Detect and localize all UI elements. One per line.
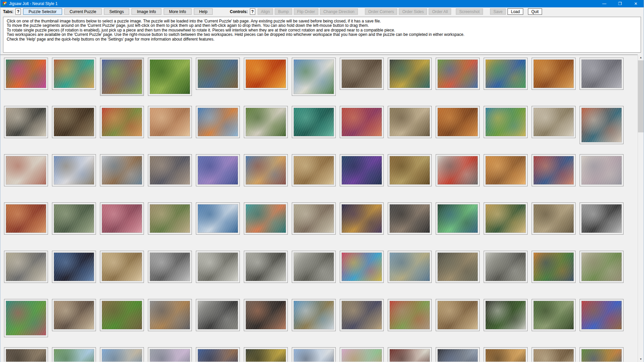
tab-settings[interactable]: Settings [104,8,129,15]
thumbnail-pelican-blue[interactable] [196,202,240,235]
thumbnail-church-village[interactable] [52,154,96,186]
thumbnail-statue-market-sepia[interactable] [52,299,96,331]
thumbnail-monkey-blue[interactable] [52,251,96,283]
thumbnail-red-mushroom[interactable] [100,106,144,138]
thumbnail-teal-abstract-flowers[interactable] [292,106,336,138]
scroll-down-arrow-icon[interactable]: ▼ [638,356,644,362]
thumbnail-forest-birds[interactable] [52,202,96,235]
flip-order-button[interactable]: Flip Order [294,8,318,15]
thumbnail-steam-train-dark[interactable] [388,202,432,235]
thumbnail-tiger-dragon-tan[interactable] [292,154,336,186]
thumbnail-alley-lights[interactable] [340,202,384,235]
thumbnail-owl-brown[interactable] [388,154,432,186]
thumbnail-dog-sketch[interactable] [244,251,288,283]
thumbnail-pastel-figures[interactable] [340,347,384,362]
thumbnail-kingfisher[interactable] [484,106,528,138]
thumbnail-stone-shed-red-doors[interactable] [388,299,432,331]
scrollbar-thumb[interactable] [638,60,644,132]
thumbnail-street-scene-gray[interactable] [580,58,624,90]
thumbnail-dancer-green[interactable] [436,58,480,90]
thumbnail-orangutans[interactable] [436,106,480,138]
thumbnail-rally-car[interactable] [436,154,480,186]
thumbnail-taj-mahal[interactable] [292,58,336,96]
thumbnail-zebra[interactable] [4,106,48,138]
thumbnail-fireworks-green[interactable] [436,202,480,235]
thumbnail-cat-face[interactable] [148,154,192,186]
tab-image-info[interactable]: Image Info [131,8,161,15]
order-all-button[interactable]: Order All [429,8,451,15]
thumbnail-old-truck[interactable] [532,202,576,235]
change-direction-button[interactable]: Change Direction [320,8,358,15]
thumbnail-flower-star-pale[interactable] [580,154,624,186]
thumbnail-confetti-colorful[interactable] [340,251,384,283]
thumbnail-deer-meadow[interactable] [148,58,192,96]
thumbnail-corridor-lights[interactable] [532,347,576,362]
tabs-help-button[interactable]: ? [15,8,21,15]
bump-button[interactable]: Bump [275,8,292,15]
order-corners-button[interactable]: Order Corners [365,8,397,15]
thumbnail-cathedral-facade[interactable] [292,202,336,235]
thumbnail-clouds-spiky-city[interactable] [292,347,336,362]
thumbnail-owl-dark[interactable] [388,58,432,90]
thumbnail-steam-village-dark[interactable] [4,347,48,362]
thumbnail-sheep-meadow[interactable] [244,106,288,138]
minimize-button[interactable]: — [596,0,612,7]
thumbnail-rhino[interactable] [340,58,384,90]
thumbnail-zebra-sketch[interactable] [484,251,528,283]
thumbnail-elk-forest[interactable] [196,58,240,90]
thumbnail-fox-water-blue[interactable] [196,106,240,138]
thumbnail-harbor-boats[interactable] [388,251,432,283]
thumbnail-fox-orange[interactable] [484,154,528,186]
order-sides-button[interactable]: Order Sides [399,8,427,15]
thumbnail-cat-bricks-gray[interactable] [580,202,624,235]
thumbnail-bernese-dog[interactable] [484,299,528,331]
tab-more-info[interactable]: More Info [164,8,192,15]
load-button[interactable]: Load [507,8,523,15]
thumbnail-goat-pale[interactable] [532,106,576,138]
thumbnail-park-path-green[interactable] [52,347,96,362]
thumbnail-lotus-teal[interactable] [244,202,288,235]
thumbnail-duck-dark-blue[interactable] [340,154,384,186]
thumbnail-fluffy-cat-dark[interactable] [436,251,480,283]
thumbnail-horses-grazing[interactable] [148,202,192,235]
thumbnail-doll-pink[interactable] [100,202,144,235]
thumbnail-steamboat[interactable] [100,154,144,186]
thumbnail-cow[interactable] [388,106,432,138]
controls-help-button[interactable]: ? [250,8,255,15]
thumbnail-lion-psychedelic[interactable] [4,58,48,90]
thumbnail-street-blue-sky[interactable] [100,347,144,362]
thumbnail-barn-sketch[interactable] [196,299,240,331]
thumbnail-station-hall[interactable] [4,251,48,283]
thumbnail-rabbit-purple[interactable] [196,154,240,186]
thumbnail-hands-cross-sepia[interactable] [100,251,144,283]
quit-button[interactable]: Quit [528,8,542,15]
thumbnail-horses-red-white[interactable] [4,154,48,186]
screenshot-button[interactable]: Screenshot [456,8,483,15]
tab-current-puzzle[interactable]: Current Puzzle [64,8,102,15]
thumbnail-chameleon[interactable] [100,58,144,96]
thumbnail-leopard-orange[interactable] [532,58,576,90]
align-button[interactable]: Align [258,8,273,15]
thumbnail-market-bus-dark[interactable] [244,347,288,362]
thumbnail-market-greens[interactable] [580,347,624,362]
thumbnail-crocodile-jungle[interactable] [532,299,576,331]
thumbnail-succulent-peach[interactable] [148,106,192,138]
thumbnail-cyclist-orange[interactable] [4,202,48,235]
thumbnail-fire-abstract[interactable] [244,58,288,90]
thumbnail-tiger-resting[interactable] [484,202,528,235]
thumbnail-harvest-women[interactable] [532,251,576,283]
thumbnail-sheep-flock[interactable] [580,251,624,283]
thumbnail-bison-meadow[interactable] [100,299,144,331]
thumbnail-egret-red-dark[interactable] [388,347,432,362]
thumbnail-amsterdam-canal[interactable] [340,299,384,331]
thumbnail-bicycle-canal[interactable] [4,299,48,337]
thumbnail-sparkle-mono[interactable] [436,347,480,362]
thumbnail-pub-interior-warm[interactable] [484,347,528,362]
thumbnail-rooster-colorful[interactable] [580,106,624,144]
thumbnail-peacock[interactable] [484,58,528,90]
thumbnail-cat-sketch[interactable] [196,251,240,283]
thumbnail-children-market[interactable] [580,299,624,331]
thumbnail-boy-colorful[interactable] [244,154,288,186]
close-button[interactable]: ✕ [628,0,644,7]
thumbnail-bison-dark[interactable] [52,106,96,138]
